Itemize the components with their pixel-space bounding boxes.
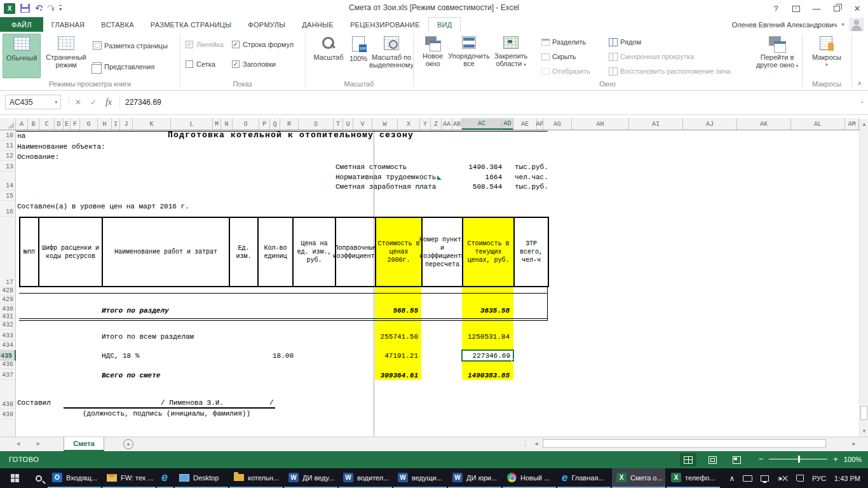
checkbox-icon[interactable]	[186, 60, 193, 68]
taskbar-item-ведущи...[interactable]: Wведущи...	[393, 468, 447, 488]
vertical-scrollbar[interactable]: ▲ ▼	[859, 119, 868, 437]
table-header-cell-10[interactable]: ЗТР всего, чел-ч	[515, 217, 549, 287]
zoom-to-selection-button[interactable]: Масштаб по выделенному	[370, 34, 412, 78]
column-header-W[interactable]: W	[372, 118, 398, 130]
taskbar-item-Desktop[interactable]: Desktop	[175, 468, 228, 488]
scroll-left-icon[interactable]: ◄	[531, 438, 541, 449]
ribbon-tab-вид[interactable]: ВИД	[428, 17, 461, 32]
macros-button[interactable]: Макросы ▾	[808, 34, 845, 78]
taskbar-item-водител...[interactable]: Wводител...	[339, 468, 392, 488]
taskbar-item-Главная...[interactable]: eГлавная...	[557, 468, 611, 488]
ribbon-display-options-icon[interactable]: ^	[788, 2, 804, 16]
collapse-ribbon-icon[interactable]: ∧	[857, 80, 862, 86]
row-header-436[interactable]: 436	[0, 361, 16, 369]
active-cell-AC435[interactable]: 227346.69	[461, 349, 514, 362]
row-header-429[interactable]: 429	[0, 295, 16, 304]
ribbon-tab-главная[interactable]: ГЛАВНАЯ	[43, 17, 93, 32]
view-side-by-side-button[interactable]: Рядом	[609, 38, 641, 46]
column-header-AJ[interactable]: AJ	[683, 118, 737, 130]
taskbar-item-Новый ...[interactable]: Новый ...	[503, 468, 556, 488]
page-break-status-button[interactable]	[728, 453, 745, 466]
column-header-AK[interactable]: AK	[737, 118, 791, 130]
taskbar-item-edge[interactable]: e	[157, 468, 173, 488]
table-header-cell-2[interactable]: Наименование работ и затрат	[103, 217, 230, 287]
zoom-slider-handle[interactable]	[798, 456, 800, 463]
table-header-cell-4[interactable]: Кол-во единиц	[259, 217, 294, 287]
account-area[interactable]: Оленев Евгений Александрович ▼	[732, 17, 864, 32]
table-header-cell-0[interactable]: №пп	[20, 217, 39, 287]
row-header-11[interactable]: 11	[0, 140, 16, 151]
sheet-grid[interactable]: на Подготовка котельной к отопительному …	[0, 130, 859, 437]
tab-splitter-handle[interactable]: ⋮	[522, 440, 528, 447]
enter-entry-icon[interactable]: ✓	[86, 95, 100, 109]
column-header-AC[interactable]: AC	[462, 118, 502, 130]
ribbon-tab-данные[interactable]: ДАННЫЕ	[294, 17, 342, 32]
row-header-430[interactable]: 430	[0, 304, 16, 314]
column-header-J[interactable]: J	[120, 118, 133, 130]
column-header-L[interactable]: L	[171, 118, 213, 130]
column-header-H[interactable]: H	[98, 118, 112, 130]
column-header-V[interactable]: V	[353, 118, 372, 130]
column-header-AH[interactable]: AH	[572, 118, 629, 130]
taskbar-item-ДИ веду...[interactable]: WДИ веду...	[284, 468, 337, 488]
column-header-U[interactable]: U	[343, 118, 353, 130]
row-header-437[interactable]: 437	[0, 369, 16, 380]
column-header-F[interactable]: F	[71, 118, 80, 130]
freeze-panes-button[interactable]: Закрепить области ▾	[491, 34, 531, 78]
switch-windows-button[interactable]: Перейти в другое окно ▾	[753, 34, 801, 78]
row-header-10[interactable]: 10	[0, 131, 16, 140]
show-hidden-icons-icon[interactable]: ∧	[729, 474, 735, 483]
column-header-Q[interactable]: Q	[270, 118, 280, 130]
table-header-cell-1[interactable]: Шифр расценки и коды ресурсов	[39, 217, 103, 287]
table-header-cell-9[interactable]: Стоимость в текущих ценах, руб.	[463, 217, 515, 287]
column-header-O[interactable]: O	[233, 118, 259, 130]
keyboard-icon[interactable]	[743, 475, 752, 482]
page-break-preview-button[interactable]: Страничный режим	[42, 34, 90, 78]
column-header-R[interactable]: R	[280, 118, 299, 130]
column-header-I[interactable]: I	[112, 118, 120, 130]
ribbon-tab-файл[interactable]: ФАЙЛ	[0, 17, 43, 32]
split-button[interactable]: Разделить	[541, 38, 586, 46]
new-sheet-icon[interactable]: +	[123, 439, 133, 449]
name-box[interactable]: AC435 ▾	[5, 95, 61, 109]
page-layout-button[interactable]: Разметка страницы	[93, 41, 168, 50]
start-button[interactable]	[0, 468, 29, 488]
column-header-E[interactable]: E	[64, 118, 71, 130]
column-header-C[interactable]: C	[39, 118, 55, 130]
sheet-tab-smeta[interactable]: Смета	[64, 437, 104, 451]
formula-input[interactable]: 227346.69	[119, 95, 851, 109]
arrange-all-button[interactable]: Упорядочить все	[449, 34, 489, 78]
taskbar-item-телефо...[interactable]: Xтелефо...	[667, 468, 720, 488]
row-header-12[interactable]: 12	[0, 151, 16, 161]
row-header-432[interactable]: 432	[0, 322, 16, 330]
table-header-cell-7[interactable]: Стоимость в ценах 2000г.	[376, 217, 423, 287]
ribbon-tab-разметка страницы[interactable]: РАЗМЕТКА СТРАНИЦЫ	[142, 17, 240, 32]
column-header-K[interactable]: K	[133, 118, 171, 130]
custom-views-button[interactable]: Представления	[93, 62, 154, 71]
checkbox-строка формул[interactable]: ✓Строка формул	[232, 41, 294, 48]
sheet-nav-right-icon[interactable]: ►	[36, 440, 41, 447]
zoom-level[interactable]: 100%	[844, 456, 862, 463]
taskbar-item-котельн...[interactable]: котельн...	[229, 468, 283, 488]
taskbar-item-ДИ юри...[interactable]: WДИ юри...	[448, 468, 501, 488]
zoom-button[interactable]: Масштаб	[310, 34, 347, 78]
column-header-AA[interactable]: AA	[442, 118, 452, 130]
zoom-out-icon[interactable]: −	[759, 455, 764, 463]
row-header-435[interactable]: 435	[0, 350, 16, 361]
zoom-in-icon[interactable]: +	[833, 455, 838, 463]
expand-formula-bar-icon[interactable]: ⌄	[860, 98, 864, 104]
taskbar-item-Входящ...[interactable]: OВходящ...	[48, 468, 101, 488]
column-header-D[interactable]: D	[55, 118, 64, 130]
checkbox-icon[interactable]: ✓	[232, 60, 240, 68]
column-header-Y[interactable]: Y	[420, 118, 431, 130]
hide-button[interactable]: Скрыть	[541, 53, 576, 60]
language-indicator[interactable]: РУС	[812, 475, 826, 482]
minimize-icon[interactable]: —	[808, 2, 825, 16]
column-header-M[interactable]: M	[213, 118, 221, 130]
taskbar-item-Смета о...[interactable]: XСмета о...	[612, 468, 665, 488]
column-header-AM[interactable]: AM	[845, 118, 859, 130]
restore-icon[interactable]	[829, 2, 845, 16]
row-header-431[interactable]: 431	[0, 314, 16, 322]
zoom-slider[interactable]	[769, 455, 827, 463]
volume-muted-icon[interactable]: 🕩✕	[777, 474, 788, 483]
